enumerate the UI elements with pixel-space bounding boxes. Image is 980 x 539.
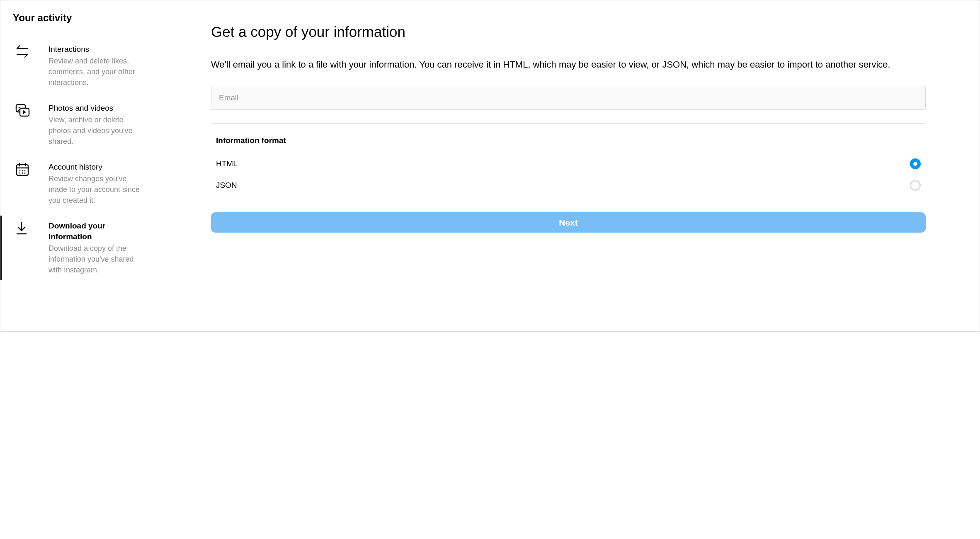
information-format-title: Information format [211, 136, 926, 145]
sidebar: Your activity Interactions Review and de… [0, 0, 157, 331]
format-option-html[interactable]: HTML [211, 155, 926, 172]
svg-point-4 [19, 170, 21, 172]
main-content: Get a copy of your information We'll ema… [157, 0, 980, 331]
svg-point-8 [22, 172, 23, 174]
page-title: Get a copy of your information [211, 24, 926, 40]
sidebar-title: Your activity [13, 12, 144, 24]
sidebar-item-title: Account history [49, 162, 144, 172]
sidebar-item-desc: Download a copy of the information you'v… [49, 243, 144, 275]
sidebar-item-desc: Review and delete likes, comments, and y… [49, 56, 144, 88]
sidebar-header: Your activity [0, 0, 157, 33]
svg-point-6 [24, 170, 26, 172]
svg-point-5 [22, 170, 23, 172]
sidebar-item-download-info[interactable]: Download your information Download a cop… [0, 213, 157, 283]
sidebar-item-title: Photos and videos [49, 103, 144, 114]
svg-point-9 [24, 172, 26, 174]
sidebar-item-desc: Review changes you've made to your accou… [49, 173, 144, 206]
format-label: HTML [216, 159, 238, 168]
radio-unselected-icon [910, 180, 921, 191]
sidebar-item-title: Download your information [49, 221, 144, 242]
format-label: JSON [216, 181, 237, 190]
sidebar-item-account-history[interactable]: Account history Review changes you've ma… [0, 154, 157, 213]
divider [211, 123, 926, 124]
sidebar-items: Interactions Review and delete likes, co… [0, 33, 157, 283]
format-option-json[interactable]: JSON [211, 177, 926, 194]
svg-rect-3 [17, 165, 28, 175]
svg-point-7 [19, 172, 21, 174]
radio-selected-icon [910, 158, 921, 169]
sidebar-item-interactions[interactable]: Interactions Review and delete likes, co… [0, 36, 157, 95]
page-description: We'll email you a link to a file with yo… [211, 58, 926, 71]
arrows-exchange-icon [15, 44, 32, 58]
svg-point-1 [18, 107, 19, 108]
sidebar-item-photos-videos[interactable]: Photos and videos View, archive or delet… [0, 95, 157, 154]
sidebar-item-desc: View, archive or delete photos and video… [49, 114, 144, 147]
calendar-icon [15, 162, 32, 177]
email-input[interactable] [211, 86, 926, 110]
photos-videos-icon [15, 103, 32, 118]
sidebar-item-title: Interactions [49, 44, 144, 55]
next-button[interactable]: Next [211, 212, 926, 233]
download-icon [15, 221, 32, 236]
